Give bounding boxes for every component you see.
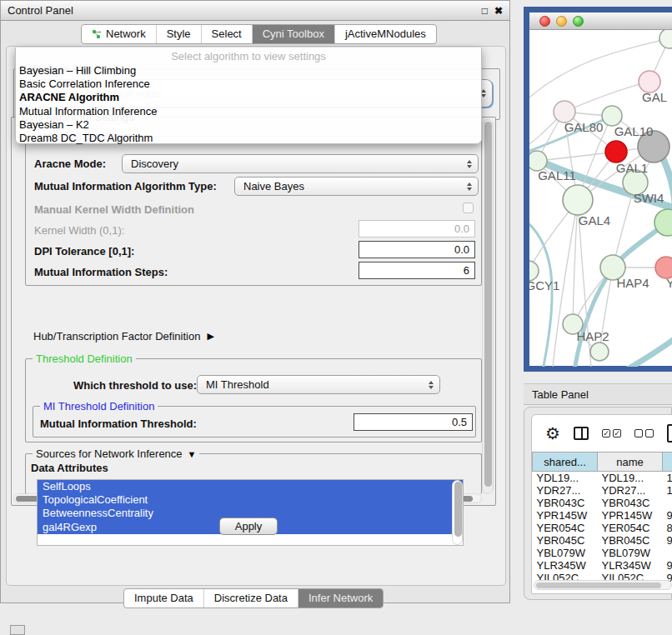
table-cell[interactable]: YBR045C <box>598 534 663 547</box>
algorithm-option[interactable]: ARACNE Algorithm <box>16 91 481 104</box>
export-table-icon[interactable] <box>667 424 672 442</box>
table-cell[interactable]: YDR27... <box>598 484 663 497</box>
table-row[interactable]: YBR045CYBR045C9. <box>533 534 672 547</box>
table-row[interactable]: YDL19...YDL19...13 <box>533 472 672 485</box>
hub-factor-expander[interactable]: Hub/Transcription Factor Definition ▶ <box>33 330 214 342</box>
table-cell[interactable]: YER054C <box>533 522 598 534</box>
minimize-traffic-light-icon[interactable] <box>556 16 567 27</box>
data-attribute-item[interactable]: SelfLoops <box>38 480 463 493</box>
tab-label: Infer Network <box>308 589 373 608</box>
table-cell[interactable] <box>663 497 672 509</box>
collapsed-panel-icon[interactable] <box>10 625 25 635</box>
network-edge[interactable] <box>573 200 578 324</box>
table-cell[interactable]: YPR145W <box>598 509 663 522</box>
select-all-columns-icon[interactable]: ✓✓ <box>602 429 621 438</box>
table-cell[interactable]: 9. <box>663 509 672 522</box>
zoom-traffic-light-icon[interactable] <box>573 16 584 27</box>
network-node[interactable] <box>590 342 609 361</box>
table-column-header[interactable]: shared... <box>533 452 598 472</box>
sources-group-title[interactable]: Sources for Network Inference ▼ <box>33 448 199 460</box>
table-row[interactable]: YBR043CYBR043C <box>533 497 672 509</box>
algorithm-option[interactable]: Mutual Information Inference <box>16 105 481 118</box>
table-cell[interactable]: YLR345W <box>533 559 598 572</box>
algorithm-option[interactable]: Dream8 DC_TDC Algorithm <box>16 132 481 145</box>
table-cell[interactable]: 8. <box>663 522 672 534</box>
table-cell[interactable]: YBR045C <box>533 534 598 547</box>
mi-algorithm-type-combo[interactable]: Naive Bayes <box>234 177 479 196</box>
table-column-header[interactable]: name <box>598 452 663 472</box>
which-threshold-combo[interactable]: MI Threshold <box>197 375 440 394</box>
table-cell[interactable]: YLR345W <box>598 559 663 572</box>
table-cell[interactable]: 13 <box>663 472 672 485</box>
control-panel-titlebar[interactable]: Control Panel □ ✖ <box>1 1 509 21</box>
table-settings-gear-icon[interactable]: ⚙ <box>545 425 560 442</box>
node-table[interactable]: shared...nameAYDL19...YDL19...13YDR27...… <box>532 452 672 585</box>
dpi-tolerance-input[interactable]: 0.0 <box>359 241 475 258</box>
table-cell[interactable]: YBR043C <box>533 497 598 509</box>
tab-discretize-data[interactable]: Discretize Data <box>204 589 298 608</box>
float-window-icon[interactable]: □ <box>482 5 488 17</box>
algorithm-option[interactable]: Bayesian – Hill Climbing <box>16 64 481 78</box>
attributes-scroll-thumb[interactable] <box>454 482 462 537</box>
table-cell[interactable]: 9. <box>663 559 672 572</box>
table-cell[interactable]: YER054C <box>598 522 663 534</box>
table-row[interactable]: YDR27...YDR27...12 <box>533 484 672 497</box>
column-layout-icon[interactable] <box>574 427 589 440</box>
table-row[interactable]: YLR345WYLR345W9. <box>533 559 672 572</box>
tab-jactivemnodules[interactable]: jActiveMNodules <box>335 25 436 43</box>
table-cell[interactable]: YBR043C <box>598 497 663 509</box>
tab-network[interactable]: Network <box>82 25 157 43</box>
algorithm-option[interactable]: Bayesian – K2 <box>16 118 481 132</box>
table-horizontal-scrollbar[interactable] <box>534 580 672 590</box>
mi-steps-input[interactable]: 6 <box>359 262 475 279</box>
settings-vscroll-thumb[interactable] <box>484 122 492 487</box>
data-attribute-item[interactable]: TopologicalCoefficient <box>38 493 463 507</box>
network-edge[interactable] <box>626 335 672 367</box>
network-node-gal4[interactable] <box>563 185 593 215</box>
close-window-icon[interactable]: ✖ <box>494 5 503 17</box>
table-cell[interactable]: YDL19... <box>598 472 663 485</box>
settings-vertical-scrollbar[interactable] <box>482 119 494 494</box>
network-canvas[interactable]: GALGAL80GAL10GAL1GAL11SWI4GAL4GCY1HAP4YH… <box>529 30 672 367</box>
network-window-titlebar[interactable] <box>529 12 672 30</box>
table-panel-titlebar[interactable]: Table Panel <box>524 383 672 405</box>
table-row[interactable]: YPR145WYPR145W9. <box>533 509 672 522</box>
table-cell[interactable]: YBL079W <box>598 547 663 559</box>
network-node-gal1[interactable] <box>605 141 627 162</box>
table-row[interactable]: YER054CYER054C8. <box>533 522 672 534</box>
tab-cyni-toolbox[interactable]: Cyni Toolbox <box>253 25 335 43</box>
manual-kernel-width-checkbox[interactable] <box>463 202 474 213</box>
table-cell[interactable]: YPR145W <box>533 509 598 522</box>
network-node-gal10[interactable] <box>602 106 622 126</box>
table-cell[interactable] <box>663 547 672 559</box>
tab-select[interactable]: Select <box>202 25 253 43</box>
table-cell[interactable]: YDR27... <box>533 484 598 497</box>
apply-button[interactable]: Apply <box>219 518 278 535</box>
deselect-all-columns-icon[interactable] <box>634 429 654 438</box>
network-node[interactable] <box>659 30 672 48</box>
algorithm-popup-placeholder: Select algorithm to view settings <box>16 49 481 64</box>
table-column-header[interactable]: A <box>663 452 672 472</box>
network-edge[interactable] <box>537 152 616 161</box>
close-traffic-light-icon[interactable] <box>539 16 550 27</box>
table-cell[interactable]: YDL19... <box>533 472 598 485</box>
algorithm-option[interactable]: Basic Correlation Inference <box>16 78 481 91</box>
attributes-scrollbar[interactable] <box>452 480 463 545</box>
node-label-hap2: HAP2 <box>576 329 609 343</box>
table-cell[interactable]: YBL079W <box>533 547 598 559</box>
table-cell[interactable]: 9. <box>663 534 672 547</box>
tab-infer-network[interactable]: Infer Network <box>298 589 383 608</box>
tab-style[interactable]: Style <box>157 25 202 43</box>
mi-threshold-input[interactable]: 0.5 <box>354 413 473 431</box>
tab-impute-data[interactable]: Impute Data <box>124 589 204 608</box>
kernel-width-input[interactable]: 0.0 <box>359 220 475 238</box>
table-hscroll-thumb[interactable] <box>536 582 661 588</box>
mi-threshold-group: MI Threshold Definition Mutual Informati… <box>33 406 476 438</box>
tab-label: Network <box>106 25 146 43</box>
table-row[interactable]: YBL079WYBL079W <box>533 547 672 559</box>
aracne-mode-combo[interactable]: Discovery <box>122 154 479 173</box>
data-attributes-list[interactable]: SelfLoopsTopologicalCoefficientBetweenne… <box>37 479 464 546</box>
which-threshold-value: MI Threshold <box>206 378 269 391</box>
network-edge[interactable] <box>529 218 552 367</box>
table-cell[interactable]: 12 <box>663 484 672 497</box>
